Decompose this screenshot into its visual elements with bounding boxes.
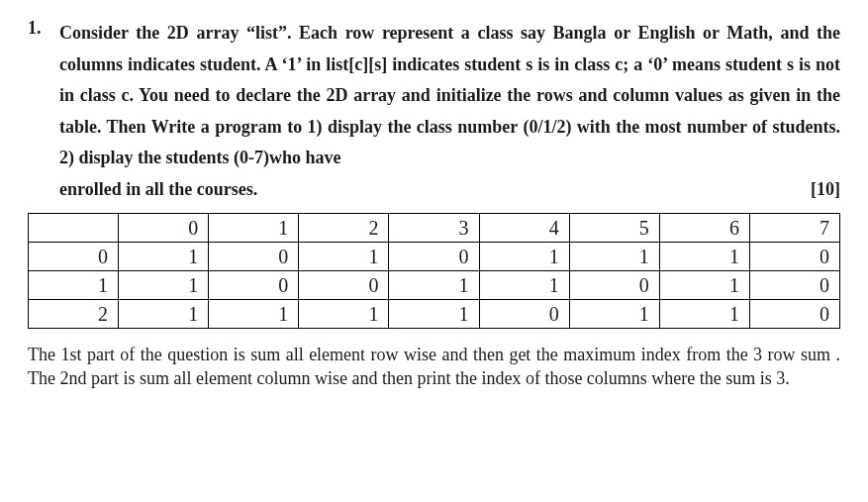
table-cell: 1 bbox=[119, 271, 209, 300]
col-header: 1 bbox=[209, 214, 299, 243]
table-cell: 0 bbox=[479, 300, 569, 329]
prompt-line: enrolled in all the courses. bbox=[59, 174, 257, 206]
col-header: 6 bbox=[659, 214, 749, 243]
marks: [10] bbox=[811, 174, 840, 206]
data-table: 0 1 2 3 4 5 6 7 0 1 0 1 0 1 1 1 0 1 1 0 … bbox=[28, 213, 840, 329]
table-cell: 1 bbox=[389, 300, 479, 329]
col-header: 4 bbox=[479, 214, 569, 243]
table-cell: 1 bbox=[569, 243, 659, 271]
table-cell: 0 bbox=[389, 243, 479, 271]
row-header: 2 bbox=[29, 300, 119, 329]
col-header: 5 bbox=[569, 214, 659, 243]
table-cell: 0 bbox=[209, 243, 299, 271]
table-corner bbox=[29, 214, 119, 243]
col-header: 3 bbox=[389, 214, 479, 243]
question-number: 1. bbox=[28, 18, 46, 205]
table-cell: 0 bbox=[749, 243, 839, 271]
table-row: 2 1 1 1 1 0 1 1 0 bbox=[29, 300, 840, 329]
table-cell: 1 bbox=[659, 300, 749, 329]
prompt-line: Consider the 2D array “list”. Each row r… bbox=[59, 23, 773, 43]
table-cell: 1 bbox=[659, 271, 749, 300]
table-cell: 1 bbox=[479, 243, 569, 271]
question-prompt: Consider the 2D array “list”. Each row r… bbox=[59, 18, 840, 205]
table-cell: 1 bbox=[209, 300, 299, 329]
explanation-text: The 1st part of the question is sum all … bbox=[28, 343, 840, 391]
table-cell: 0 bbox=[569, 271, 659, 300]
col-header: 2 bbox=[299, 214, 389, 243]
table-cell: 1 bbox=[569, 300, 659, 329]
row-header: 1 bbox=[29, 271, 119, 300]
table-header-row: 0 1 2 3 4 5 6 7 bbox=[29, 214, 840, 243]
table-cell: 1 bbox=[659, 243, 749, 271]
row-header: 0 bbox=[29, 243, 119, 271]
col-header: 0 bbox=[119, 214, 209, 243]
question-body: Consider the 2D array “list”. Each row r… bbox=[59, 18, 840, 205]
table-cell: 1 bbox=[299, 300, 389, 329]
table-cell: 1 bbox=[299, 243, 389, 271]
table-row: 1 1 0 0 1 1 0 1 0 bbox=[29, 271, 840, 300]
table-cell: 1 bbox=[389, 271, 479, 300]
table-cell: 1 bbox=[119, 300, 209, 329]
table-cell: 0 bbox=[299, 271, 389, 300]
table-cell: 0 bbox=[209, 271, 299, 300]
table-cell: 0 bbox=[749, 300, 839, 329]
table-cell: 0 bbox=[749, 271, 839, 300]
table-cell: 1 bbox=[479, 271, 569, 300]
table-row: 0 1 0 1 0 1 1 1 0 bbox=[29, 243, 840, 271]
col-header: 7 bbox=[749, 214, 839, 243]
question-1: 1. Consider the 2D array “list”. Each ro… bbox=[28, 18, 840, 205]
table-cell: 1 bbox=[119, 243, 209, 271]
